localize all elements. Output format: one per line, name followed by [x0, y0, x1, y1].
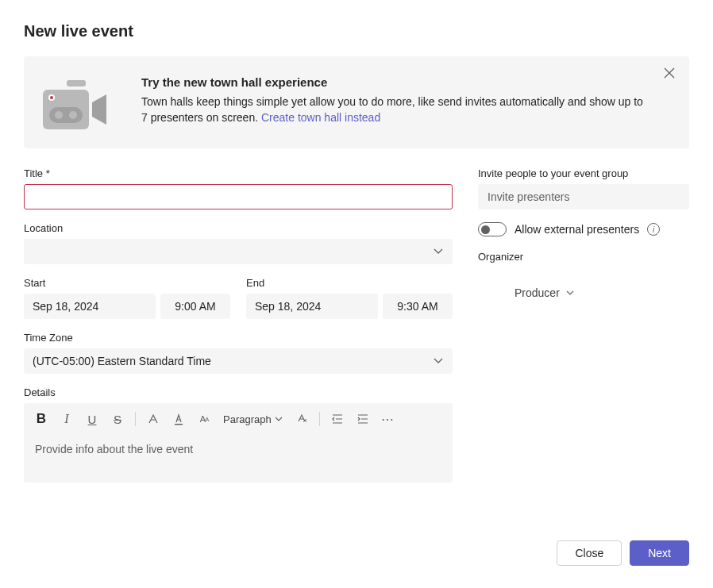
- start-time-input[interactable]: [160, 294, 230, 319]
- invite-label: Invite people to your event group: [478, 167, 689, 179]
- clear-format-button[interactable]: [291, 408, 313, 430]
- end-time-input[interactable]: [383, 294, 453, 319]
- allow-external-toggle[interactable]: [478, 222, 507, 236]
- title-label: Title *: [24, 167, 453, 179]
- details-label: Details: [24, 386, 453, 398]
- svg-rect-0: [67, 80, 86, 86]
- info-icon[interactable]: i: [647, 223, 660, 236]
- timezone-select[interactable]: [24, 348, 453, 374]
- location-select[interactable]: [24, 239, 453, 264]
- svg-point-6: [69, 111, 77, 119]
- chevron-down-icon: [566, 290, 574, 295]
- close-icon[interactable]: [664, 67, 675, 79]
- create-townhall-link[interactable]: Create town hall instead: [261, 111, 380, 124]
- bold-button[interactable]: B: [30, 408, 52, 430]
- start-label: Start: [24, 277, 230, 289]
- end-label: End: [246, 277, 453, 289]
- svg-rect-4: [49, 107, 83, 123]
- font-color-button[interactable]: [168, 408, 190, 430]
- organizer-label: Organizer: [478, 251, 689, 263]
- camera-icon: [43, 75, 119, 129]
- paragraph-select[interactable]: Paragraph: [218, 413, 287, 425]
- svg-rect-7: [175, 424, 183, 425]
- underline-button[interactable]: U: [81, 408, 103, 430]
- next-button[interactable]: Next: [630, 540, 689, 566]
- producer-role-select[interactable]: Producer: [478, 286, 689, 299]
- more-options-button[interactable]: ⋯: [377, 408, 399, 430]
- svg-point-3: [50, 96, 53, 99]
- banner-text: Town halls keep things simple yet allow …: [141, 95, 643, 124]
- townhall-banner: Try the new town hall experience Town ha…: [24, 56, 689, 148]
- end-date-input[interactable]: [246, 294, 378, 319]
- close-button[interactable]: Close: [557, 540, 622, 566]
- indent-increase-button[interactable]: [352, 408, 374, 430]
- location-label: Location: [24, 222, 453, 234]
- page-title: New live event: [24, 22, 689, 40]
- allow-external-label: Allow external presenters: [515, 223, 639, 236]
- highlight-button[interactable]: [142, 408, 164, 430]
- title-input[interactable]: [24, 184, 453, 209]
- indent-decrease-button[interactable]: [326, 408, 349, 430]
- timezone-label: Time Zone: [24, 332, 453, 344]
- banner-title: Try the new town hall experience: [141, 75, 649, 89]
- invite-presenters-input[interactable]: [478, 184, 689, 209]
- font-size-button[interactable]: AA: [193, 408, 215, 430]
- strikethrough-button[interactable]: S: [106, 408, 129, 430]
- italic-button[interactable]: I: [56, 408, 78, 430]
- svg-point-5: [55, 111, 63, 119]
- start-date-input[interactable]: [24, 294, 156, 319]
- banner-body: Town halls keep things simple yet allow …: [141, 94, 649, 126]
- editor-toolbar: B I U S AA Paragraph: [24, 403, 453, 435]
- details-editor[interactable]: Provide info about the live event: [24, 435, 453, 482]
